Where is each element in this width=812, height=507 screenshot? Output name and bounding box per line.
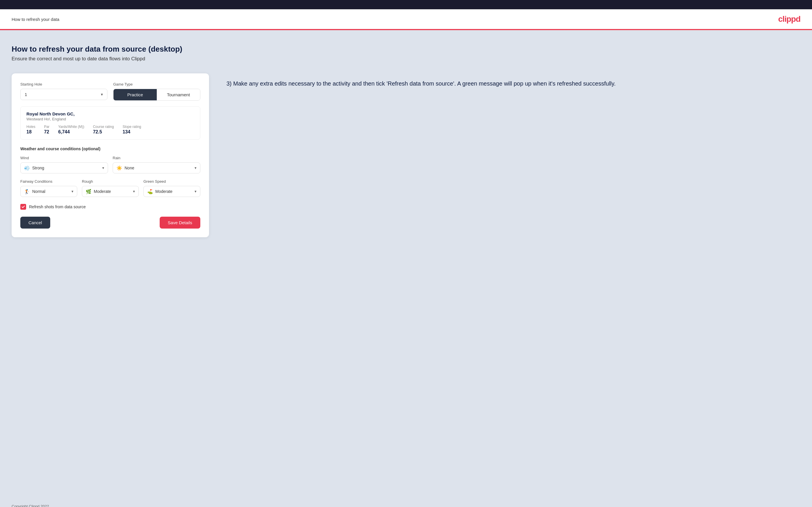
- rough-dropdown[interactable]: 🌿 Moderate Light Heavy ▼: [82, 186, 139, 197]
- fairway-label: Fairway Conditions: [20, 179, 77, 184]
- slope-rating-stat: Slope rating 134: [122, 125, 141, 134]
- rough-label: Rough: [82, 179, 139, 184]
- game-type-group: Game Type Practice Tournament: [113, 82, 200, 101]
- game-type-label: Game Type: [113, 82, 200, 87]
- game-type-buttons: Practice Tournament: [113, 89, 200, 101]
- fairway-dropdown[interactable]: 🏌️ Normal Soft Firm ▼: [20, 186, 77, 197]
- practice-button[interactable]: Practice: [113, 89, 157, 100]
- course-stats: Holes 18 Par 72 Yards/White (M)) 6,744 C…: [27, 125, 194, 134]
- side-description: 3) Make any extra edits necessary to the…: [226, 73, 800, 88]
- top-form-row: Starting Hole 1 10 ▼ Game Type Practice …: [20, 82, 200, 101]
- rain-label: Rain: [113, 156, 200, 160]
- holes-stat: Holes 18: [27, 125, 36, 134]
- button-row: Cancel Save Details: [20, 217, 200, 229]
- refresh-checkbox[interactable]: [20, 204, 26, 210]
- yards-value: 6,744: [58, 129, 84, 134]
- yards-stat: Yards/White (M)) 6,744: [58, 125, 84, 134]
- rough-select[interactable]: Moderate Light Heavy: [86, 189, 135, 194]
- starting-hole-label: Starting Hole: [20, 82, 107, 87]
- fairway-group: Fairway Conditions 🏌️ Normal Soft Firm ▼: [20, 179, 77, 197]
- holes-label: Holes: [27, 125, 36, 129]
- footer: Copyright Clippd 2022: [0, 500, 812, 507]
- refresh-checkbox-label: Refresh shots from data source: [29, 205, 86, 209]
- rain-dropdown[interactable]: ☀️ None Light Heavy ▼: [113, 162, 200, 173]
- course-rating-stat: Course rating 72.5: [93, 125, 114, 134]
- course-name: Royal North Devon GC,: [27, 111, 194, 116]
- header-title: How to refresh your data: [12, 17, 59, 22]
- copyright-text: Copyright Clippd 2022: [12, 504, 49, 507]
- course-location: Westward Ho!, England: [27, 117, 194, 121]
- holes-value: 18: [27, 129, 36, 134]
- green-speed-group: Green Speed ⛳ Moderate Slow Fast ▼: [143, 179, 200, 197]
- par-stat: Par 72: [44, 125, 50, 134]
- rain-select[interactable]: None Light Heavy: [116, 166, 197, 170]
- rain-group: Rain ☀️ None Light Heavy ▼: [113, 156, 200, 173]
- refresh-checkbox-row: Refresh shots from data source: [20, 204, 200, 210]
- logo: clippd: [778, 14, 800, 24]
- wind-group: Wind 💨 Strong Light None ▼: [20, 156, 108, 173]
- course-info-box: Royal North Devon GC, Westward Ho!, Engl…: [20, 106, 200, 139]
- green-speed-label: Green Speed: [143, 179, 200, 184]
- top-bar: [0, 0, 812, 9]
- starting-hole-select[interactable]: 1 10: [25, 92, 103, 97]
- par-label: Par: [44, 125, 50, 129]
- par-value: 72: [44, 129, 50, 134]
- content-layout: Starting Hole 1 10 ▼ Game Type Practice …: [12, 73, 800, 237]
- cancel-button[interactable]: Cancel: [20, 217, 50, 229]
- main-content: How to refresh your data from source (de…: [0, 30, 812, 500]
- course-rating-label: Course rating: [93, 125, 114, 129]
- green-speed-dropdown[interactable]: ⛳ Moderate Slow Fast ▼: [143, 186, 200, 197]
- fairway-select[interactable]: Normal Soft Firm: [24, 189, 73, 194]
- check-icon: [21, 205, 25, 209]
- conditions-title: Weather and course conditions (optional): [20, 147, 200, 151]
- green-speed-select[interactable]: Moderate Slow Fast: [147, 189, 197, 194]
- header: How to refresh your data clippd: [0, 9, 812, 30]
- wind-label: Wind: [20, 156, 108, 160]
- page-heading: How to refresh your data from source (de…: [12, 45, 800, 54]
- page-subheading: Ensure the correct and most up to date d…: [12, 56, 800, 62]
- yards-label: Yards/White (M)): [58, 125, 84, 129]
- slope-rating-label: Slope rating: [122, 125, 141, 129]
- starting-hole-group: Starting Hole 1 10 ▼: [20, 82, 107, 101]
- rough-group: Rough 🌿 Moderate Light Heavy ▼: [82, 179, 139, 197]
- conditions-grid-top: Wind 💨 Strong Light None ▼ Rain ☀: [20, 156, 200, 173]
- wind-dropdown[interactable]: 💨 Strong Light None ▼: [20, 162, 108, 173]
- conditions-grid-bottom: Fairway Conditions 🏌️ Normal Soft Firm ▼…: [20, 179, 200, 197]
- wind-select[interactable]: Strong Light None: [24, 166, 104, 170]
- tournament-button[interactable]: Tournament: [157, 89, 200, 100]
- slope-rating-value: 134: [122, 129, 141, 134]
- save-button[interactable]: Save Details: [160, 217, 200, 229]
- course-rating-value: 72.5: [93, 129, 114, 134]
- form-card: Starting Hole 1 10 ▼ Game Type Practice …: [12, 73, 209, 237]
- starting-hole-select-wrapper[interactable]: 1 10 ▼: [20, 89, 107, 100]
- side-text: 3) Make any extra edits necessary to the…: [226, 79, 800, 88]
